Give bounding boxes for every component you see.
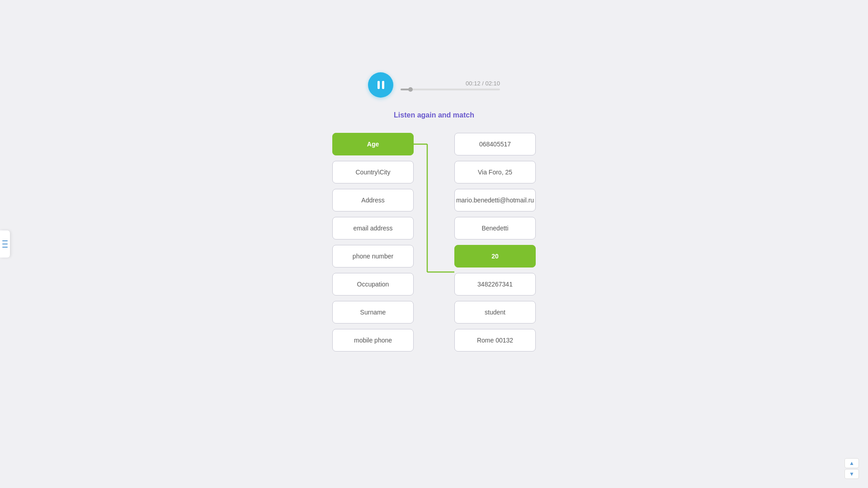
menu-line-1 xyxy=(2,240,8,241)
progress-dot xyxy=(408,87,413,92)
right-item-val-benedetti[interactable]: Benedetti xyxy=(454,217,536,239)
pause-bar-right xyxy=(382,81,384,89)
left-item-email-address[interactable]: email address xyxy=(332,217,414,239)
right-item-val-via-foro[interactable]: Via Foro, 25 xyxy=(454,161,536,183)
left-item-occupation[interactable]: Occupation xyxy=(332,273,414,296)
left-item-phone-number[interactable]: phone number xyxy=(332,245,414,267)
left-item-address[interactable]: Address xyxy=(332,189,414,211)
right-column: 068405517Via Foro, 25mario.benedetti@hot… xyxy=(454,133,536,352)
right-item-val-3482267341[interactable]: 3482267341 xyxy=(454,273,536,296)
right-item-val-student[interactable]: student xyxy=(454,301,536,324)
pause-bar-left xyxy=(377,81,380,89)
instruction-text: Listen again and match xyxy=(394,111,474,119)
sidebar-toggle[interactable] xyxy=(0,230,10,258)
right-item-val-rome[interactable]: Rome 00132 xyxy=(454,329,536,352)
pause-icon xyxy=(377,81,384,89)
left-column: AgeCountry\CityAddressemail addressphone… xyxy=(332,133,414,352)
right-item-val-20[interactable]: 20 xyxy=(454,245,536,267)
left-item-country-city[interactable]: Country\City xyxy=(332,161,414,183)
right-item-val-email[interactable]: mario.benedetti@hotmail.ru xyxy=(454,189,536,211)
menu-line-2 xyxy=(2,244,8,244)
right-item-val-068405517[interactable]: 068405517 xyxy=(454,133,536,155)
time-display: 00:12 / 02:10 xyxy=(401,80,500,87)
audio-player: 00:12 / 02:10 xyxy=(368,72,500,98)
left-item-surname[interactable]: Surname xyxy=(332,301,414,324)
progress-container: 00:12 / 02:10 xyxy=(401,80,500,90)
left-item-age[interactable]: Age xyxy=(332,133,414,155)
progress-bar-track[interactable] xyxy=(401,89,500,90)
main-content: 00:12 / 02:10 Listen again and match Age… xyxy=(0,0,868,352)
play-pause-button[interactable] xyxy=(368,72,393,98)
menu-line-3 xyxy=(2,247,8,248)
nav-up-button[interactable]: ▲ xyxy=(844,458,859,468)
nav-arrows: ▲ ▼ xyxy=(844,458,859,479)
match-area: AgeCountry\CityAddressemail addressphone… xyxy=(332,133,536,352)
nav-down-button[interactable]: ▼ xyxy=(844,469,859,479)
left-item-mobile-phone[interactable]: mobile phone xyxy=(332,329,414,352)
